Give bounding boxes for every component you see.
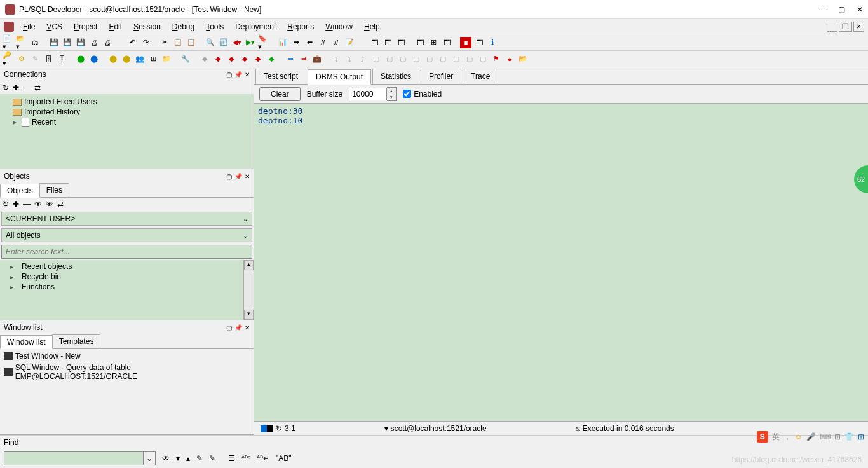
- disk-green[interactable]: ⬤: [75, 53, 86, 65]
- windowlist-pin[interactable]: 📌: [234, 324, 242, 331]
- obj-functions[interactable]: ▸Functions: [4, 282, 240, 292]
- tab-statistics[interactable]: Statistics: [372, 69, 419, 84]
- settings-button[interactable]: ⚙: [16, 53, 27, 65]
- mdi-restore[interactable]: ❐: [839, 22, 852, 32]
- scroll-down[interactable]: ▾: [244, 310, 254, 320]
- ime-keyboard[interactable]: ⌨: [820, 432, 831, 441]
- find-highlight-icon[interactable]: ✎: [196, 454, 203, 463]
- objects-search-input[interactable]: [2, 245, 252, 258]
- obj-find3[interactable]: ⇄: [57, 200, 64, 209]
- conn-add[interactable]: ✚: [13, 83, 19, 92]
- key-button[interactable]: 🔑▾: [3, 53, 14, 65]
- obj-recycle[interactable]: ▸Recycle bin: [4, 272, 240, 282]
- tool-5[interactable]: ⊞: [428, 37, 439, 48]
- find-prev[interactable]: ▴: [186, 454, 190, 463]
- print-button[interactable]: 🖨: [88, 37, 100, 48]
- tab-profiler[interactable]: Profiler: [421, 69, 461, 84]
- redo-button[interactable]: ↷: [140, 37, 151, 48]
- objects-search[interactable]: [1, 245, 252, 259]
- find-binoculars-icon[interactable]: 👁: [162, 454, 170, 463]
- find-word-icon[interactable]: ᴬᴮ↵: [257, 454, 269, 463]
- obj-find2[interactable]: 👁: [46, 200, 53, 209]
- briefcase-button[interactable]: 💼: [311, 53, 323, 65]
- run-button-2[interactable]: ➡: [298, 53, 309, 65]
- folder-2[interactable]: 📂: [517, 53, 529, 65]
- sogou-icon[interactable]: S: [757, 431, 768, 443]
- tab-files[interactable]: Files: [39, 183, 69, 197]
- ime-mic[interactable]: 🎤: [806, 432, 816, 441]
- menu-vcs[interactable]: VCS: [41, 21, 67, 32]
- menu-edit[interactable]: Edit: [104, 21, 127, 32]
- refresh-icon[interactable]: ↻: [276, 424, 282, 433]
- tree-imported-fixed-users[interactable]: Imported Fixed Users: [4, 97, 250, 107]
- find-next[interactable]: ▾: [176, 454, 180, 463]
- tab-templates[interactable]: Templates: [52, 334, 101, 348]
- flag-btn[interactable]: ⚑: [491, 53, 502, 65]
- mdi-close[interactable]: ×: [853, 22, 864, 32]
- conn-collapse[interactable]: ⇄: [34, 83, 41, 92]
- menu-deployment[interactable]: Deployment: [230, 21, 281, 32]
- db-1[interactable]: 🗄: [43, 53, 54, 65]
- paste-button[interactable]: 📋: [186, 37, 197, 48]
- buffer-up[interactable]: ▴: [387, 88, 396, 94]
- find-button[interactable]: 🔍: [205, 37, 216, 48]
- tool-1[interactable]: 🗔: [369, 37, 380, 48]
- explain-button[interactable]: 📊: [277, 37, 288, 48]
- ime-more[interactable]: ⊞: [858, 432, 864, 441]
- disk-blue[interactable]: ⬤: [88, 53, 100, 65]
- open-button[interactable]: 📂▾: [16, 37, 27, 48]
- obj-collapse[interactable]: —: [23, 200, 31, 209]
- ime-emoji[interactable]: ☺: [795, 432, 803, 441]
- find-input[interactable]: [4, 451, 144, 465]
- menu-debug[interactable]: Debug: [167, 21, 200, 32]
- win-item-sql[interactable]: SQL Window - Query data of table EMP@LOC…: [0, 362, 254, 382]
- menu-session[interactable]: Session: [128, 21, 166, 32]
- app-menu-icon[interactable]: [4, 22, 14, 32]
- ime-skin[interactable]: 👕: [844, 432, 854, 441]
- minimize-button[interactable]: —: [819, 5, 827, 14]
- indent-button[interactable]: ➡: [290, 37, 302, 48]
- menu-help[interactable]: Help: [359, 21, 385, 32]
- grid-button[interactable]: ⊞: [147, 53, 159, 65]
- ime-lang[interactable]: 英: [772, 432, 780, 443]
- objects-scrollbar[interactable]: ▴ ▾: [243, 260, 254, 320]
- obj-recent[interactable]: ▸Recent objects: [4, 261, 240, 272]
- dbms-output-area[interactable]: deptno:30 deptno:10: [254, 104, 868, 421]
- ime-grid[interactable]: ⊞: [834, 432, 841, 441]
- back-button[interactable]: ◀▾: [231, 37, 243, 48]
- project-button[interactable]: 🗂: [29, 37, 41, 48]
- tool-8[interactable]: 🗔: [473, 37, 485, 48]
- save-button[interactable]: 💾: [48, 37, 60, 48]
- tool-2[interactable]: 🗔: [382, 37, 393, 48]
- folder-button[interactable]: 📁: [161, 53, 172, 65]
- dbg-5[interactable]: ◆: [252, 53, 264, 65]
- tool-7[interactable]: ■: [460, 37, 471, 48]
- maximize-button[interactable]: ▢: [838, 5, 845, 14]
- cut-button[interactable]: ✂: [159, 37, 170, 48]
- replace-button[interactable]: 🔃: [218, 37, 229, 48]
- find-regex-icon[interactable]: "AB": [276, 454, 292, 463]
- connections-pin[interactable]: 📌: [234, 71, 242, 78]
- dot-btn[interactable]: ●: [504, 53, 515, 65]
- copy-button[interactable]: 📋: [172, 37, 184, 48]
- find-list-icon[interactable]: ☰: [228, 454, 235, 463]
- tool-3[interactable]: 🗔: [395, 37, 407, 48]
- buffer-down[interactable]: ▾: [387, 94, 396, 100]
- menu-window[interactable]: Window: [320, 21, 358, 32]
- tab-trace[interactable]: Trace: [463, 69, 498, 84]
- obj-find[interactable]: 👁: [34, 200, 42, 209]
- tree-recent[interactable]: ▸Recent: [4, 117, 250, 127]
- run-button[interactable]: ➡: [285, 53, 296, 65]
- conn-expand[interactable]: —: [23, 83, 31, 92]
- save-as-button[interactable]: 💾: [75, 37, 86, 48]
- dbg-6[interactable]: ◆: [266, 53, 277, 65]
- conn-refresh[interactable]: ↻: [3, 83, 9, 92]
- filter-dropdown[interactable]: All objects⌄: [1, 228, 252, 242]
- disk-yellow-2[interactable]: ⬤: [121, 53, 132, 65]
- outdent-button[interactable]: ⬅: [304, 37, 315, 48]
- new-button[interactable]: 📄▾: [3, 37, 14, 48]
- dbg-3[interactable]: ◆: [226, 53, 237, 65]
- dbg-2[interactable]: ◆: [212, 53, 224, 65]
- enabled-checkbox[interactable]: [403, 90, 411, 98]
- bookmark-button[interactable]: 🔖▾: [258, 37, 269, 48]
